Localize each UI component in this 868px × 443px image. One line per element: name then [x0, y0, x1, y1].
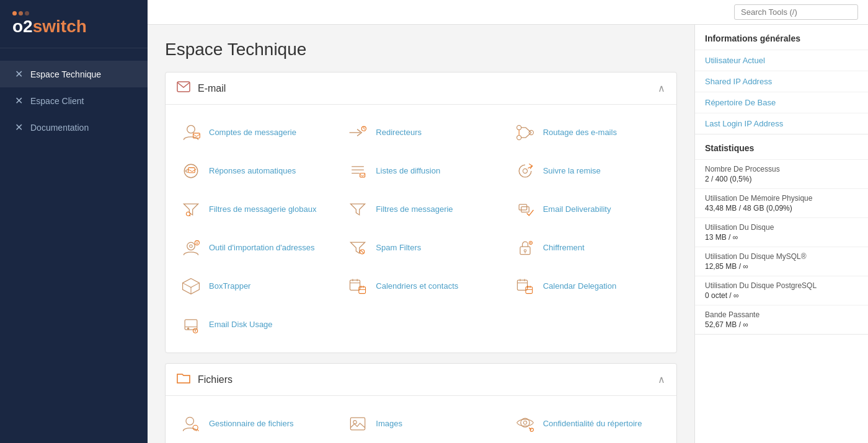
- svg-point-30: [529, 241, 532, 244]
- svg-rect-34: [350, 280, 360, 290]
- svg-point-61: [353, 421, 356, 424]
- espace-client-icon: ✕: [15, 95, 23, 107]
- topbar: [148, 0, 868, 25]
- tool-confidentialite[interactable]: Confidentialité du répertoire: [506, 406, 670, 442]
- listes-diffusion-icon: [346, 159, 370, 183]
- section-fichiers-header: Fichiers ∧: [166, 364, 676, 396]
- sidebar-label-espace-client: Espace Client: [30, 96, 84, 106]
- rp-stats-title: Statistiques: [695, 134, 868, 159]
- email-section-toggle[interactable]: ∧: [658, 82, 665, 94]
- spam-filters-label: Spam Filters: [376, 243, 421, 253]
- redirecteurs-icon: [346, 121, 370, 144]
- rp-item-repertoire-base[interactable]: Répertoire De Base: [695, 92, 868, 113]
- espace-technique-icon: ✕: [15, 68, 23, 80]
- sidebar-item-espace-technique[interactable]: ✕ Espace Technique: [0, 61, 148, 87]
- suivre-remise-icon: [513, 159, 537, 183]
- fichiers-section-toggle[interactable]: ∧: [658, 374, 665, 385]
- svg-point-57: [186, 417, 194, 425]
- rp-stat-bande-passante-value: 52,67 MB / ∞: [705, 320, 858, 329]
- spam-filters-icon: [346, 236, 370, 260]
- svg-line-59: [197, 429, 199, 431]
- boxtrapper-label: BoxTrapper: [209, 281, 250, 292]
- gestionnaire-fichiers-label: Gestionnaire de fichiers: [209, 419, 294, 429]
- svg-line-17: [189, 215, 190, 216]
- sidebar-item-documentation[interactable]: ✕ Documentation: [0, 114, 148, 141]
- tool-suivre-remise[interactable]: Suivre la remise: [506, 153, 670, 189]
- tool-routage-emails[interactable]: Routage des e-mails: [506, 115, 670, 151]
- routage-emails-label: Routage des e-mails: [543, 128, 617, 138]
- tool-email-disk-usage[interactable]: Email Disk Usage: [172, 307, 336, 343]
- logo-text: o2switch: [12, 17, 87, 37]
- logo-dot-1: [12, 11, 17, 15]
- reponses-auto-icon: [179, 159, 203, 183]
- calendriers-contacts-label: Calendriers et contacts: [376, 281, 458, 292]
- comptes-messagerie-icon: [179, 121, 203, 144]
- rp-item-last-login-ip[interactable]: Last Login IP Address: [695, 113, 868, 134]
- tool-listes-diffusion[interactable]: Listes de diffusion: [339, 153, 503, 189]
- filtres-messagerie-icon: [346, 198, 370, 221]
- svg-point-53: [187, 328, 189, 330]
- fichiers-tools-grid: Gestionnaire de fichiers Images: [166, 396, 676, 443]
- rp-stat-nb-processus-label: Nombre De Processus: [705, 165, 858, 173]
- rp-stat-util-disque-value: 13 MB / ∞: [705, 233, 858, 242]
- confidentialite-label: Confidentialité du répertoire: [543, 419, 642, 429]
- tool-spam-filters[interactable]: Spam Filters: [339, 230, 503, 266]
- tool-calendriers-contacts[interactable]: Calendriers et contacts: [339, 268, 503, 304]
- chiffrement-label: Chiffrement: [543, 243, 585, 253]
- sidebar-item-espace-client[interactable]: ✕ Espace Client: [0, 87, 148, 114]
- section-fichiers-header-left: Fichiers: [177, 372, 232, 387]
- tool-redirecteurs[interactable]: Redirecteurs: [339, 115, 503, 151]
- sidebar-label-espace-technique: Espace Technique: [30, 69, 101, 79]
- svg-line-26: [361, 250, 364, 253]
- tool-gestionnaire-fichiers[interactable]: Gestionnaire de fichiers: [172, 406, 336, 442]
- calendar-delegation-label: Calendar Delegation: [543, 281, 617, 292]
- tool-email-deliverability[interactable]: Email Deliverability: [506, 191, 670, 227]
- rp-stat-mem-physique: Utilisation De Mémoire Physique 43,48 MB…: [695, 188, 868, 217]
- rp-stat-nb-processus-value: 2 / 400 (0,5%): [705, 175, 858, 183]
- tool-reponses-auto[interactable]: Réponses automatiques: [172, 153, 336, 189]
- calendriers-contacts-icon: [346, 274, 370, 298]
- images-label: Images: [376, 419, 402, 429]
- tool-comptes-messagerie[interactable]: Comptes de messagerie: [172, 115, 336, 151]
- tool-filtres-messagerie[interactable]: Filtres de messagerie: [339, 191, 503, 227]
- rp-stat-util-disque-label: Utilisation Du Disque: [705, 223, 858, 232]
- rp-stat-util-disque: Utilisation Du Disque 13 MB / ∞: [695, 217, 868, 247]
- logo-dots: [12, 11, 29, 15]
- rp-stat-mem-physique-label: Utilisation De Mémoire Physique: [705, 194, 858, 203]
- tool-calendar-delegation[interactable]: Calendar Delegation: [506, 268, 670, 304]
- search-tools-input[interactable]: [734, 4, 858, 20]
- svg-point-5: [516, 135, 521, 139]
- section-email: E-mail ∧: [165, 72, 677, 353]
- rp-stat-util-disque-mysql-value: 12,85 MB / ∞: [705, 262, 858, 271]
- boxtrapper-icon: [179, 274, 203, 298]
- tool-boxtrapper[interactable]: BoxTrapper: [172, 268, 336, 304]
- svg-rect-50: [185, 320, 197, 330]
- section-email-header-left: E-mail: [177, 81, 226, 95]
- tool-chiffrement[interactable]: Chiffrement: [506, 230, 670, 266]
- rp-item-shared-ip[interactable]: Shared IP Address: [695, 71, 868, 92]
- svg-point-20: [187, 242, 195, 250]
- rp-stat-util-disque-pg-value: 0 octet / ∞: [705, 291, 858, 300]
- section-fichiers: Fichiers ∧: [165, 363, 677, 443]
- tool-images[interactable]: Images: [339, 406, 503, 442]
- rp-stat-bande-passante: Bande Passante 52,67 MB / ∞: [695, 305, 868, 334]
- section-email-header: E-mail ∧: [166, 72, 676, 105]
- outil-importation-label: Outil d'importation d'adresses: [209, 243, 314, 253]
- email-deliverability-icon: [513, 198, 537, 221]
- svg-point-14: [523, 169, 527, 173]
- tool-filtres-globaux[interactable]: Filtres de messagerie globaux: [172, 191, 336, 227]
- page-title: Espace Technique: [165, 40, 677, 59]
- listes-diffusion-label: Listes de diffusion: [376, 166, 440, 177]
- rp-info-title: Informations générales: [695, 25, 868, 50]
- routage-emails-icon: [513, 121, 537, 144]
- email-tools-grid: Comptes de messagerie Redirect: [166, 105, 676, 353]
- rp-stat-nb-processus: Nombre De Processus 2 / 400 (0,5%): [695, 159, 868, 188]
- tool-outil-importation[interactable]: Outil d'importation d'adresses: [172, 230, 336, 266]
- rp-item-utilisateur[interactable]: Utilisateur Actuel: [695, 50, 868, 71]
- chiffrement-icon: [513, 236, 537, 260]
- svg-rect-19: [521, 207, 529, 213]
- filtres-globaux-icon: [179, 198, 203, 221]
- rp-info-section: Informations générales Utilisateur Actue…: [695, 25, 868, 134]
- sidebar-nav: ✕ Espace Technique ✕ Espace Client ✕ Doc…: [0, 48, 148, 153]
- svg-point-54: [193, 328, 198, 333]
